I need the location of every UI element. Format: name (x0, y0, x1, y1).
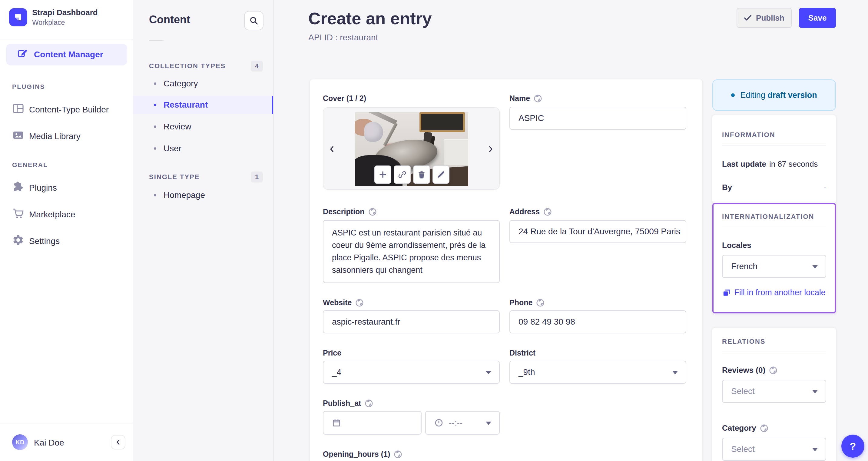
publish-button[interactable]: Publish (737, 8, 792, 28)
sidebar-item-content-manager[interactable]: Content Manager (6, 44, 127, 65)
delete-asset-button[interactable] (413, 166, 430, 184)
relations-title: RELATIONS (722, 338, 826, 346)
phone-input[interactable]: 09 82 49 30 98 (509, 310, 686, 334)
bullet-icon (154, 125, 156, 128)
marketplace-icon (12, 207, 24, 222)
add-asset-button[interactable] (374, 166, 391, 184)
globe-icon (760, 424, 768, 433)
content-manager-icon (17, 48, 28, 61)
single-type-label: SINGLE TYPE (149, 173, 199, 181)
name-input[interactable]: ASPIC (509, 107, 686, 130)
chevron-down-icon (812, 390, 818, 394)
carousel-prev-button[interactable] (327, 144, 337, 154)
nav-group-plugins: PLUGINS (12, 83, 45, 90)
sidebar-item-settings[interactable]: Settings (0, 230, 133, 252)
copy-link-button[interactable] (394, 166, 411, 184)
collection-types-header: COLLECTION TYPES 4 (149, 61, 263, 71)
last-update-value: in 87 seconds (769, 160, 826, 169)
phone-field-label: Phone (509, 298, 545, 307)
media-library-icon (12, 129, 24, 144)
last-update-label: Last update (722, 160, 766, 169)
sidebar-item-plugins[interactable]: Plugins (0, 177, 133, 199)
save-label: Save (808, 13, 827, 23)
sidebar-item-media-library[interactable]: Media Library (0, 125, 133, 147)
sidebar-item-label: Settings (29, 236, 60, 246)
clock-icon (434, 418, 443, 427)
edit-asset-button[interactable] (433, 166, 450, 184)
bullet-icon (154, 104, 156, 106)
entry-form-card: Cover (1 / 2) (310, 79, 702, 461)
chevron-down-icon (672, 371, 678, 374)
sidebar-item-label: Marketplace (29, 210, 75, 220)
subnav-item-restaurant[interactable]: Restaurant (133, 96, 273, 114)
trash-icon (417, 170, 426, 179)
subnav-item-label: Restaurant (163, 100, 208, 110)
district-select[interactable]: _9th (509, 361, 686, 384)
description-textarea[interactable]: ASPIC est un restaurant parisien situé a… (323, 220, 500, 283)
plugins-icon (12, 181, 24, 195)
bullet-icon (154, 194, 156, 196)
brand[interactable]: Strapi Dashboard Workplace (9, 8, 98, 27)
chevron-left-icon (328, 145, 336, 153)
help-label: ? (850, 440, 856, 452)
globe-icon (368, 208, 377, 216)
save-button[interactable]: Save (799, 8, 836, 28)
price-select[interactable]: _4 (323, 361, 500, 384)
divider (149, 40, 163, 40)
sidebar-item-content-type-builder[interactable]: Content-Type Builder (0, 99, 133, 121)
avatar[interactable]: KD (12, 434, 28, 450)
by-row: By - (722, 183, 826, 192)
fill-from-locale-label: Fill in from another locale (734, 286, 826, 299)
globe-icon (769, 366, 777, 375)
subnav-item-homepage[interactable]: Homepage (133, 186, 273, 204)
divider (722, 145, 826, 145)
information-title: INFORMATION (722, 131, 826, 139)
check-icon (744, 15, 752, 21)
reviews-select[interactable]: Select (722, 380, 826, 403)
address-input[interactable]: 24 Rue de la Tour d'Auvergne, 75009 Pari… (509, 220, 686, 243)
name-field-label: Name (509, 94, 542, 103)
chevron-down-icon (812, 448, 818, 451)
internationalization-title: INTERNATIONALIZATION (722, 213, 826, 221)
divider (722, 352, 826, 352)
globe-icon (355, 298, 364, 307)
subnav-item-category[interactable]: Category (133, 75, 273, 93)
locale-select[interactable]: French (722, 255, 826, 278)
website-input[interactable]: aspic-restaurant.fr (323, 310, 500, 334)
globe-icon (394, 450, 402, 459)
strapi-logo-icon (9, 8, 27, 26)
subnav-item-label: User (163, 144, 181, 153)
locales-label: Locales (722, 241, 826, 250)
category-select[interactable]: Select (722, 438, 826, 461)
sidebar-item-marketplace[interactable]: Marketplace (0, 204, 133, 226)
chevron-down-icon (812, 265, 818, 268)
help-button[interactable]: ? (841, 435, 864, 458)
sidebar-item-label: Content-Type Builder (29, 105, 109, 115)
subnav-item-user[interactable]: User (133, 139, 273, 157)
fill-from-locale-link[interactable]: Fill in from another locale (722, 286, 826, 299)
district-field-label: District (509, 349, 535, 357)
collapse-sidebar-button[interactable] (111, 435, 125, 450)
api-id-subtitle: API ID : restaurant (308, 33, 378, 42)
publish-at-date-input[interactable] (323, 411, 422, 435)
chevron-right-icon (487, 145, 495, 153)
opening-hours-field-label: Opening_hours (1) (323, 450, 402, 459)
bullet-icon (154, 147, 156, 150)
collection-types-label: COLLECTION TYPES (149, 62, 226, 70)
publish-at-time-select[interactable]: --:-- (425, 411, 500, 435)
bullet-icon (154, 82, 156, 85)
reviews-field-label: Reviews (0) (722, 366, 826, 375)
subnav-title: Content (149, 13, 190, 26)
brand-subtitle: Workplace (32, 19, 98, 27)
subnav-item-review[interactable]: Review (133, 118, 273, 136)
chevron-left-icon (115, 438, 122, 446)
search-button[interactable] (244, 11, 264, 30)
relations-panel: RELATIONS Reviews (0) Select Category Se… (712, 328, 836, 461)
single-type-header: SINGLE TYPE 1 (149, 172, 263, 182)
carousel-next-button[interactable] (486, 144, 495, 154)
search-icon (249, 16, 258, 25)
plus-icon (379, 170, 387, 179)
by-value: - (824, 183, 826, 192)
content-type-builder-icon (12, 103, 24, 117)
sidebar-item-label: Content Manager (34, 50, 103, 59)
